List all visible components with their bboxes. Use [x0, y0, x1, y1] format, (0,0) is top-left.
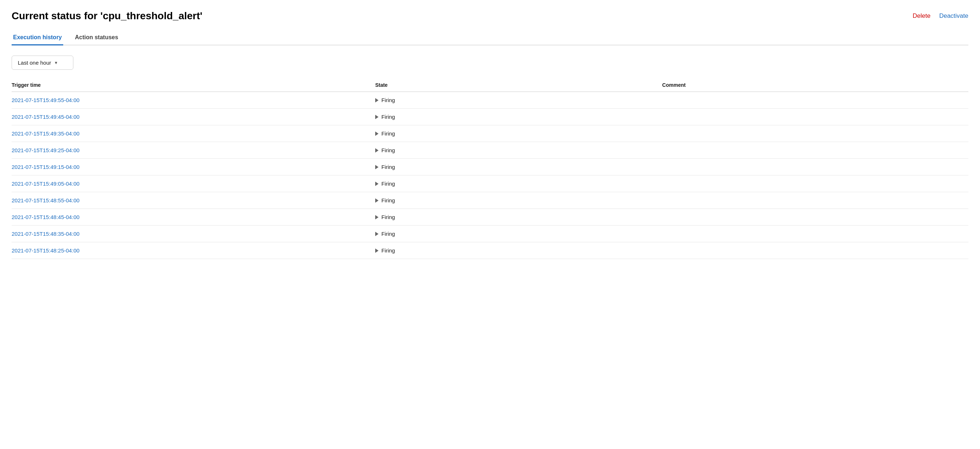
trigger-time-link[interactable]: 2021-07-15T15:49:25-04:00: [12, 147, 80, 153]
time-range-label: Last one hour: [18, 60, 51, 66]
col-trigger-time: Trigger time: [12, 78, 375, 92]
state-text: Firing: [382, 180, 395, 187]
trigger-time-link[interactable]: 2021-07-15T15:48:55-04:00: [12, 197, 80, 204]
play-icon: [375, 182, 379, 186]
state-cell: Firing: [375, 242, 662, 259]
comment-cell: [662, 125, 968, 142]
trigger-time-cell: 2021-07-15T15:48:55-04:00: [12, 192, 375, 209]
play-icon: [375, 232, 379, 236]
comment-cell: [662, 209, 968, 226]
play-icon: [375, 215, 379, 220]
comment-cell: [662, 242, 968, 259]
trigger-time-link[interactable]: 2021-07-15T15:49:45-04:00: [12, 114, 80, 120]
time-range-dropdown[interactable]: Last one hour ▾: [12, 56, 73, 70]
state-cell: Firing: [375, 209, 662, 226]
time-range-dropdown-container: Last one hour ▾: [12, 56, 968, 70]
col-state: State: [375, 78, 662, 92]
comment-cell: [662, 226, 968, 242]
table-row: 2021-07-15T15:48:25-04:00Firing: [12, 242, 968, 259]
table-row: 2021-07-15T15:49:55-04:00Firing: [12, 92, 968, 108]
play-icon: [375, 98, 379, 102]
play-icon: [375, 165, 379, 169]
state-text: Firing: [382, 131, 395, 137]
play-icon: [375, 132, 379, 136]
state-text: Firing: [382, 114, 395, 120]
chevron-down-icon: ▾: [55, 60, 57, 65]
state-text: Firing: [382, 247, 395, 253]
table-header-row: Trigger time State Comment: [12, 78, 968, 92]
table-row: 2021-07-15T15:48:45-04:00Firing: [12, 209, 968, 226]
trigger-time-cell: 2021-07-15T15:49:05-04:00: [12, 175, 375, 192]
play-icon: [375, 198, 379, 203]
trigger-time-cell: 2021-07-15T15:48:35-04:00: [12, 226, 375, 242]
comment-cell: [662, 92, 968, 108]
table-row: 2021-07-15T15:49:25-04:00Firing: [12, 142, 968, 159]
state-cell: Firing: [375, 125, 662, 142]
state-cell: Firing: [375, 108, 662, 125]
state-text: Firing: [382, 197, 395, 204]
play-icon: [375, 248, 379, 253]
state-cell: Firing: [375, 226, 662, 242]
tabs-container: Execution history Action statuses: [12, 30, 968, 45]
table-row: 2021-07-15T15:49:45-04:00Firing: [12, 108, 968, 125]
state-text: Firing: [382, 214, 395, 220]
comment-cell: [662, 142, 968, 159]
trigger-time-cell: 2021-07-15T15:48:25-04:00: [12, 242, 375, 259]
comment-cell: [662, 192, 968, 209]
trigger-time-cell: 2021-07-15T15:49:45-04:00: [12, 108, 375, 125]
trigger-time-cell: 2021-07-15T15:49:55-04:00: [12, 92, 375, 108]
trigger-time-cell: 2021-07-15T15:49:15-04:00: [12, 159, 375, 175]
tab-execution-history[interactable]: Execution history: [12, 30, 63, 45]
comment-cell: [662, 108, 968, 125]
tab-action-statuses[interactable]: Action statuses: [73, 30, 119, 45]
trigger-time-link[interactable]: 2021-07-15T15:49:15-04:00: [12, 164, 80, 170]
trigger-time-cell: 2021-07-15T15:48:45-04:00: [12, 209, 375, 226]
trigger-time-cell: 2021-07-15T15:49:25-04:00: [12, 142, 375, 159]
trigger-time-link[interactable]: 2021-07-15T15:48:45-04:00: [12, 214, 80, 220]
delete-button[interactable]: Delete: [913, 12, 931, 20]
state-text: Firing: [382, 164, 395, 170]
state-cell: Firing: [375, 92, 662, 108]
state-text: Firing: [382, 147, 395, 153]
trigger-time-link[interactable]: 2021-07-15T15:48:25-04:00: [12, 247, 80, 253]
page-title: Current status for 'cpu_threshold_alert': [12, 10, 202, 22]
table-row: 2021-07-15T15:49:05-04:00Firing: [12, 175, 968, 192]
execution-history-table: Trigger time State Comment 2021-07-15T15…: [12, 78, 968, 259]
state-cell: Firing: [375, 192, 662, 209]
header-actions: Delete Deactivate: [913, 12, 968, 20]
table-row: 2021-07-15T15:49:15-04:00Firing: [12, 159, 968, 175]
comment-cell: [662, 159, 968, 175]
trigger-time-link[interactable]: 2021-07-15T15:49:05-04:00: [12, 180, 80, 187]
table-row: 2021-07-15T15:48:55-04:00Firing: [12, 192, 968, 209]
trigger-time-link[interactable]: 2021-07-15T15:49:55-04:00: [12, 97, 80, 103]
comment-cell: [662, 175, 968, 192]
col-comment: Comment: [662, 78, 968, 92]
page-header: Current status for 'cpu_threshold_alert'…: [12, 10, 968, 22]
state-cell: Firing: [375, 159, 662, 175]
trigger-time-link[interactable]: 2021-07-15T15:48:35-04:00: [12, 231, 80, 237]
state-text: Firing: [382, 97, 395, 103]
deactivate-button[interactable]: Deactivate: [939, 12, 968, 20]
play-icon: [375, 115, 379, 119]
play-icon: [375, 148, 379, 153]
trigger-time-cell: 2021-07-15T15:49:35-04:00: [12, 125, 375, 142]
trigger-time-link[interactable]: 2021-07-15T15:49:35-04:00: [12, 131, 80, 137]
state-text: Firing: [382, 231, 395, 237]
table-row: 2021-07-15T15:48:35-04:00Firing: [12, 226, 968, 242]
state-cell: Firing: [375, 142, 662, 159]
table-row: 2021-07-15T15:49:35-04:00Firing: [12, 125, 968, 142]
state-cell: Firing: [375, 175, 662, 192]
